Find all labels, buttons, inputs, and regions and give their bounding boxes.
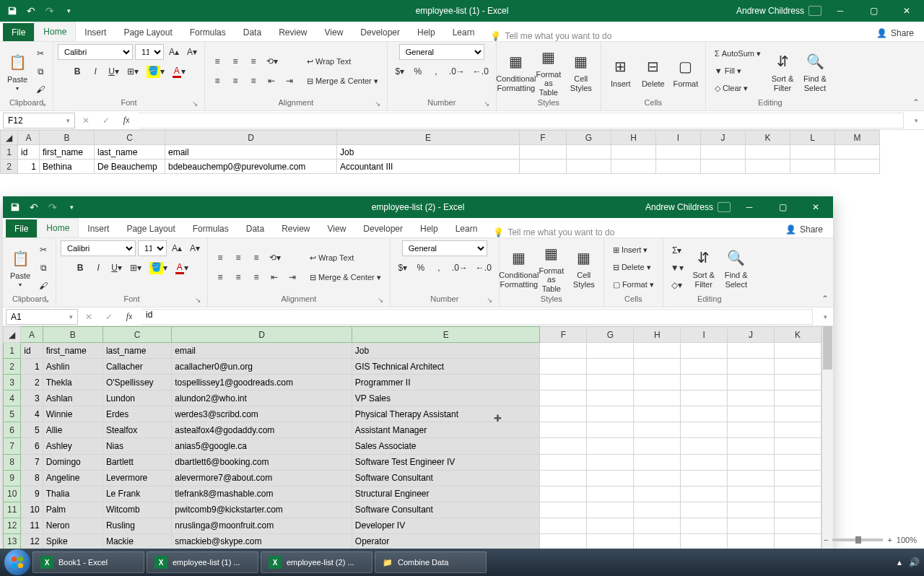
- cell[interactable]: Levermore: [103, 470, 171, 486]
- cell[interactable]: Le Frank: [103, 486, 171, 502]
- underline-button[interactable]: U▾: [108, 260, 125, 276]
- cell[interactable]: [634, 518, 681, 533]
- taskbar-item[interactable]: XBook1 - Excel: [32, 551, 144, 573]
- cell[interactable]: Erdes: [103, 406, 171, 422]
- column-header[interactable]: I: [681, 327, 728, 343]
- cell[interactable]: [681, 359, 728, 375]
- tab-help[interactable]: Help: [411, 219, 447, 237]
- conditional-formatting-button[interactable]: ▦ConditionalFormatting: [501, 48, 531, 93]
- delete-cells-button[interactable]: ⊟Delete: [638, 53, 668, 90]
- cell[interactable]: tospellissey1@goodreads.com: [172, 375, 352, 390]
- cell[interactable]: alevermore7@about.com: [172, 470, 352, 486]
- cut-icon[interactable]: ✂: [32, 45, 48, 61]
- select-all-corner[interactable]: ◢: [1, 131, 18, 145]
- close-button[interactable]: ✕: [892, 0, 921, 22]
- comma-format-icon[interactable]: ,: [431, 260, 447, 276]
- font-size-select[interactable]: 11: [135, 44, 164, 60]
- cell[interactable]: [540, 486, 587, 502]
- cell-styles-button[interactable]: ▦CellStyles: [569, 245, 599, 289]
- select-all-corner[interactable]: ◢: [4, 327, 21, 343]
- cell[interactable]: [587, 422, 634, 438]
- sort-filter-button[interactable]: ⇵Sort &Filter: [767, 48, 798, 93]
- cell[interactable]: [656, 160, 701, 174]
- cell[interactable]: [634, 470, 681, 486]
- cell[interactable]: [775, 390, 821, 406]
- fx-icon[interactable]: fx: [121, 309, 137, 325]
- cell[interactable]: [587, 486, 634, 502]
- tab-view[interactable]: View: [316, 23, 352, 41]
- cell[interactable]: [634, 533, 681, 549]
- column-header[interactable]: D: [165, 131, 337, 145]
- cell[interactable]: [540, 406, 587, 422]
- column-header[interactable]: H: [634, 327, 681, 343]
- paste-button[interactable]: 📋Paste▾: [4, 49, 30, 93]
- increase-font-icon[interactable]: A▴: [166, 44, 182, 60]
- font-name-select[interactable]: Calibri: [61, 240, 136, 256]
- cell[interactable]: 1: [21, 359, 43, 375]
- spreadsheet-grid[interactable]: ◢ABCDEFGHIJK1idfirst_namelast_nameemailJ…: [3, 326, 833, 550]
- find-select-button[interactable]: 🔍Find &Select: [800, 48, 830, 93]
- cell[interactable]: Nias: [103, 438, 171, 454]
- zoom-in-icon[interactable]: +: [887, 536, 892, 544]
- fill-color-button[interactable]: 🪣▾: [144, 64, 167, 79]
- row-header[interactable]: 4: [4, 390, 21, 406]
- comma-format-icon[interactable]: ,: [428, 64, 444, 79]
- zoom-level[interactable]: 100%: [897, 536, 917, 544]
- cell[interactable]: [681, 454, 728, 470]
- align-right-icon[interactable]: ≡: [248, 269, 264, 285]
- copy-icon[interactable]: ⧉: [32, 64, 48, 79]
- ribbon-display-icon[interactable]: [718, 202, 731, 212]
- number-format-select[interactable]: General: [402, 240, 487, 256]
- dialog-launcher-icon[interactable]: ↘: [190, 100, 200, 110]
- cell[interactable]: [540, 518, 587, 533]
- row-header[interactable]: 12: [4, 518, 21, 533]
- border-button[interactable]: ⊞▾: [124, 64, 141, 79]
- cell[interactable]: [681, 518, 728, 533]
- border-button[interactable]: ⊞▾: [127, 260, 144, 276]
- cell[interactable]: [728, 359, 775, 375]
- format-as-table-button[interactable]: ▦Format asTable: [533, 44, 564, 97]
- user-name[interactable]: Andrew Childress: [645, 202, 713, 212]
- cell[interactable]: first_name: [43, 343, 103, 359]
- dialog-launcher-icon[interactable]: ↘: [41, 296, 51, 306]
- cell[interactable]: [681, 406, 728, 422]
- column-header[interactable]: H: [611, 131, 656, 145]
- tab-review[interactable]: Review: [273, 219, 318, 237]
- number-format-select[interactable]: General: [399, 44, 484, 60]
- increase-decimal-icon[interactable]: .0→: [449, 260, 471, 276]
- cell[interactable]: [540, 359, 587, 375]
- dialog-launcher-icon[interactable]: ↘: [193, 296, 203, 306]
- align-middle-icon[interactable]: ≡: [230, 250, 246, 266]
- cancel-formula-icon[interactable]: ✕: [78, 113, 94, 128]
- qat-customize-icon[interactable]: ▾: [61, 3, 77, 19]
- cell[interactable]: astealfox4@godaddy.com: [172, 422, 352, 438]
- cell[interactable]: [634, 438, 681, 454]
- decrease-decimal-icon[interactable]: ←.0: [473, 260, 494, 276]
- cell[interactable]: [728, 406, 775, 422]
- insert-cells-button[interactable]: ⊞Insert: [606, 53, 636, 90]
- find-select-button[interactable]: 🔍Find &Select: [721, 245, 751, 289]
- cell[interactable]: [520, 160, 567, 174]
- fx-icon[interactable]: fx: [118, 113, 134, 128]
- column-header[interactable]: D: [172, 327, 352, 343]
- increase-decimal-icon[interactable]: .0→: [446, 64, 468, 79]
- cancel-formula-icon[interactable]: ✕: [81, 309, 97, 325]
- tab-file[interactable]: File: [6, 219, 37, 237]
- tab-formulas[interactable]: Formulas: [184, 219, 237, 237]
- cell[interactable]: [746, 145, 790, 160]
- tab-home[interactable]: Home: [37, 218, 79, 237]
- cell[interactable]: pwitcomb9@kickstarter.com: [172, 502, 352, 518]
- italic-button[interactable]: I: [90, 260, 106, 276]
- format-as-table-button[interactable]: ▦Format asTable: [536, 240, 567, 294]
- accounting-format-icon[interactable]: $▾: [395, 260, 411, 276]
- cell[interactable]: 12: [21, 533, 43, 549]
- cell[interactable]: Assistant Manager: [352, 422, 540, 438]
- cell[interactable]: last_name: [103, 343, 171, 359]
- row-header[interactable]: 2: [4, 359, 21, 375]
- cell[interactable]: [775, 470, 821, 486]
- cell[interactable]: Palm: [43, 502, 103, 518]
- decrease-font-icon[interactable]: A▾: [184, 44, 200, 60]
- close-button[interactable]: ✕: [801, 196, 830, 218]
- tell-me-search[interactable]: 💡Tell me what you want to do: [486, 227, 775, 237]
- row-header[interactable]: 13: [4, 533, 21, 549]
